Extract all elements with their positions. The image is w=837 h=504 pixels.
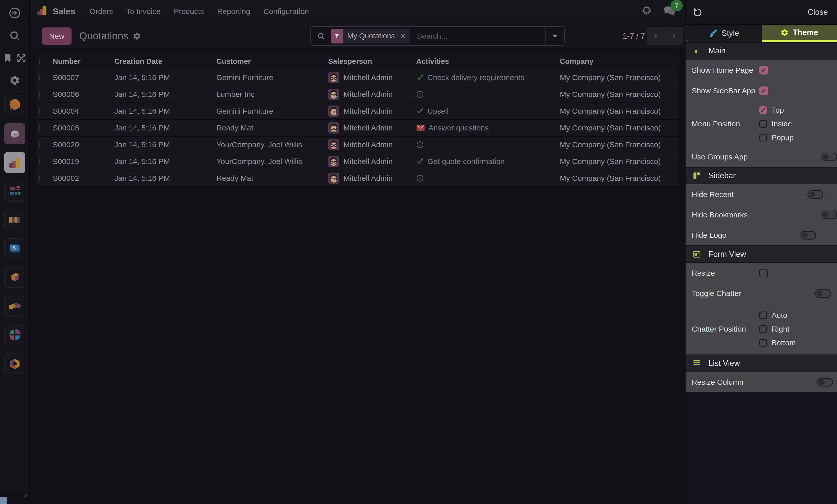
section-main-header[interactable]: ◐ Main [685,42,837,59]
option-label: Popup [771,133,794,142]
auto-checkbox[interactable] [759,312,767,319]
menu-to-invoice[interactable]: To Invoice [126,7,161,16]
app-tile-accounting[interactable]: $ [4,238,25,259]
menu-configuration[interactable]: Configuration [264,7,309,16]
cell-company: My Company (San Francisco) [560,174,678,183]
app-tile-sales-active[interactable] [4,152,25,173]
menu-products[interactable]: Products [174,7,204,16]
row-checkbox[interactable] [39,125,40,130]
table-row[interactable]: S00004 Jan 14, 5:16 PM Gemini Furniture … [36,103,678,120]
col-company[interactable]: Company [560,57,678,66]
activity-check-icon [416,74,424,81]
bottom-checkbox[interactable] [759,339,767,347]
right-checkbox[interactable] [759,325,767,333]
theme-sun-icon[interactable] [640,5,653,18]
cell-activity[interactable] [416,141,560,149]
pager-next-button[interactable]: › [665,27,683,45]
menu-orders[interactable]: Orders [90,7,113,16]
search-dropdown-caret-icon[interactable] [545,27,564,45]
gear-icon[interactable] [0,75,29,86]
view-settings-cog-icon[interactable] [132,32,141,40]
section-sidebar-header[interactable]: Sidebar [685,167,837,184]
table-row[interactable]: S00003 Jan 14, 5:16 PM Ready Mat Mitchel… [36,120,678,136]
section-list-view-header[interactable]: List View [685,354,837,372]
row-checkbox[interactable] [39,142,40,147]
table-row[interactable]: S00019 Jan 14, 5:16 PM YourCompany, Joel… [36,153,678,170]
bookmark-icon[interactable] [3,53,13,63]
app-tile-manufacturing[interactable] [4,353,25,374]
expand-arrows-icon[interactable] [16,53,27,63]
app-tile-pie-dashboard[interactable] [4,324,25,345]
show-home-page-checkbox[interactable]: ✓ [759,66,768,75]
menu-position-top[interactable]: ✓ Top [759,106,794,114]
row-checkbox[interactable] [39,175,40,181]
activity-label: Check delivery requirements [427,73,524,82]
table-row[interactable]: S00002 Jan 14, 5:16 PM Ready Mat Mitchel… [36,170,678,187]
chatter-position-auto[interactable]: Auto [759,311,796,320]
home-circle-arrow-icon[interactable] [0,7,29,19]
table-row[interactable]: S00006 Jan 14, 5:16 PM Lumber Inc Mitche… [36,86,678,103]
col-creation-date[interactable]: Creation Date [114,57,216,66]
app-tile-dashboards[interactable] [4,181,25,202]
messages-badge: 7 [671,0,683,11]
app-tile-links[interactable] [4,296,25,317]
search-icon[interactable] [0,30,29,42]
menu-position-inside[interactable]: Inside [759,119,794,128]
col-customer[interactable]: Customer [216,57,328,66]
cell-activity[interactable]: Answer questions [416,124,560,132]
tab-style[interactable]: Style [685,25,762,42]
app-name[interactable]: Sales [53,6,75,16]
setting-label: Hide Recent [692,190,734,199]
search-input[interactable]: Search... [417,32,447,40]
menu-position-popup[interactable]: Popup [759,133,794,142]
row-checkbox[interactable] [39,159,40,164]
sidebar-resize-handle[interactable] [21,491,28,499]
use-groups-app-toggle[interactable] [821,153,837,161]
filter-chip[interactable]: My Quotations ✕ [331,29,410,43]
inside-checkbox[interactable] [759,120,767,128]
row-checkbox[interactable] [39,108,40,114]
app-tile-inventory-alert[interactable]: ! [4,123,25,144]
col-activities[interactable]: Activities [416,57,560,66]
table-row[interactable]: S00020 Jan 14, 5:16 PM YourCompany, Joel… [36,136,678,153]
cell-activity[interactable]: Check delivery requirements [416,73,560,82]
row-checkbox[interactable] [39,75,40,80]
tab-theme[interactable]: Theme [762,25,837,42]
cell-salesperson: Mitchell Admin [328,106,416,117]
search-bar[interactable]: My Quotations ✕ Search... [310,26,565,46]
sales-app-logo-icon[interactable] [36,5,48,18]
menu-reporting[interactable]: Reporting [217,7,250,16]
cell-activity[interactable]: Upsell [416,107,560,115]
pager-prev-button[interactable]: ‹ [647,27,665,45]
resize-column-toggle[interactable] [817,378,833,387]
filter-remove-icon[interactable]: ✕ [400,32,406,40]
resize-checkbox[interactable] [759,269,768,277]
app-tile-discuss[interactable] [4,95,25,115]
hide-logo-toggle[interactable] [800,231,816,240]
section-form-view-header[interactable]: Form View [685,245,837,263]
hide-bookmarks-toggle[interactable] [821,210,837,219]
section-title: Main [709,46,726,55]
col-salesperson[interactable]: Salesperson [328,57,416,66]
close-button[interactable]: Close [808,7,828,17]
app-tile-point-of-sale[interactable] [4,209,25,230]
undo-icon[interactable] [693,7,703,17]
messages-icon[interactable]: 7 [663,5,676,18]
setting-label: Use Groups App [692,153,748,161]
cell-activity[interactable] [416,91,560,98]
chatter-position-bottom[interactable]: Bottom [759,338,796,347]
show-sidebar-app-checkbox[interactable]: ✓ [759,87,768,95]
cell-activity[interactable]: Get quote confirmation [416,157,560,166]
top-checkbox[interactable]: ✓ [759,106,767,114]
chatter-position-right[interactable]: Right [759,325,796,333]
app-tile-purchase[interactable] [4,267,25,288]
toggle-chatter-toggle[interactable] [815,289,831,298]
row-checkbox[interactable] [39,92,40,97]
select-all-checkbox[interactable] [39,58,40,64]
table-row[interactable]: S00007 Jan 14, 5:16 PM Gemini Furniture … [36,70,678,86]
col-number[interactable]: Number [53,57,114,66]
new-button[interactable]: New [42,27,72,45]
popup-checkbox[interactable] [759,134,767,142]
hide-recent-toggle[interactable] [807,190,823,199]
cell-activity[interactable] [416,174,560,182]
